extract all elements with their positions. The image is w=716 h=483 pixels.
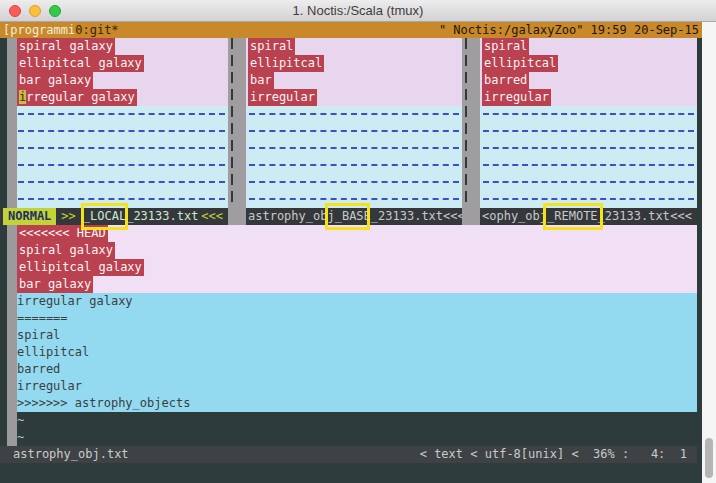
- fold-column: [7, 38, 17, 55]
- tmux-status-bar: [programmi 0:git* " Noctis:/galaxyZoo" 1…: [0, 22, 702, 38]
- fold-column: [7, 72, 17, 89]
- merged-line: barred: [17, 361, 697, 378]
- truncation-marker: <<<: [201, 208, 223, 225]
- filler-line: [246, 140, 462, 157]
- merged-line: irregular: [17, 378, 697, 395]
- tilde-line: ~: [17, 429, 697, 446]
- merged-line: irregular galaxy: [17, 293, 697, 310]
- fold-column: [7, 191, 17, 208]
- fold-column: [7, 276, 17, 293]
- window-titlebar: 1. Noctis:/Scala (tmux): [0, 0, 716, 22]
- filler-line: [246, 123, 462, 140]
- filler-line: [17, 106, 228, 123]
- diff-line: bar galaxy: [17, 72, 93, 89]
- diff-line: ellipitcal galaxy: [17, 55, 144, 72]
- fold-column: [7, 378, 17, 395]
- fold-column: [7, 310, 17, 327]
- fold-column: [7, 293, 17, 310]
- vertical-split[interactable]: [462, 38, 480, 225]
- filename-label: astrophy_obj.txt: [13, 446, 129, 463]
- fold-column: [7, 174, 17, 191]
- remote-pane-buffer: spiral ellipitcal barred irregular: [480, 38, 697, 208]
- base-pane[interactable]: spiral ellipitcal bar irregular astrophy…: [246, 38, 462, 225]
- powerline-separator-icon: >>: [61, 208, 75, 225]
- diff-line: spiral: [248, 38, 295, 55]
- fold-column: [7, 123, 17, 140]
- filler-line: [480, 106, 697, 123]
- annotation-box-base: [325, 203, 370, 230]
- filler-line: [17, 140, 228, 157]
- fold-column: [7, 157, 17, 174]
- filler-line: [480, 157, 697, 174]
- truncation-marker: <<<: [670, 208, 692, 225]
- fold-column: [7, 327, 17, 344]
- diff-line: irregular: [248, 89, 317, 106]
- vim-command-line[interactable]: [0, 463, 702, 483]
- merged-pane[interactable]: <<<<<<< HEAD spiral galaxy ellipitcal ga…: [0, 225, 702, 446]
- tmux-session-name: [programmi: [3, 23, 75, 37]
- fold-column: [7, 412, 17, 429]
- diff-line: barred: [482, 72, 529, 89]
- diff-line: irregular: [482, 89, 551, 106]
- scrollbar-track[interactable]: [702, 22, 716, 483]
- tmux-host-clock: " Noctis:/galaxyZoo" 19:59 20-Sep-15: [439, 23, 699, 37]
- window-title: 1. Noctis:/Scala (tmux): [0, 3, 716, 18]
- filler-line: [246, 106, 462, 123]
- fold-column: [7, 106, 17, 123]
- fold-column: [7, 344, 17, 361]
- fold-column: [7, 89, 17, 106]
- remote-pane[interactable]: spiral ellipitcal barred irregular <ophy…: [480, 38, 697, 225]
- fold-column: [7, 361, 17, 378]
- filler-line: [17, 157, 228, 174]
- merged-line: ellipitcal galaxy: [17, 259, 144, 276]
- fold-column: [7, 140, 17, 157]
- vertical-split[interactable]: [228, 38, 246, 225]
- merged-line: bar galaxy: [17, 276, 93, 293]
- merged-line: spiral: [17, 327, 697, 344]
- zoom-button[interactable]: [49, 5, 61, 17]
- merged-line: ellipitcal: [17, 344, 697, 361]
- conflict-marker-line: >>>>>>> astrophy_objects: [17, 395, 697, 412]
- filler-line: [480, 174, 697, 191]
- annotation-box-remote: [543, 203, 603, 230]
- annotation-box-local: [81, 203, 128, 230]
- filler-line: [480, 123, 697, 140]
- merged-line: spiral galaxy: [17, 242, 115, 259]
- diff-line: bar: [248, 72, 274, 89]
- diff-pane-area: spiral galaxy ellipitcal galaxy bar gala…: [0, 38, 702, 225]
- fold-column: [7, 429, 17, 446]
- mode-indicator: NORMAL: [3, 208, 56, 225]
- diff-line: ellipitcal: [482, 55, 558, 72]
- diff-line: ellipitcal: [248, 55, 324, 72]
- base-pane-buffer: spiral ellipitcal bar irregular: [246, 38, 462, 208]
- terminal-content: [programmi 0:git* " Noctis:/galaxyZoo" 1…: [0, 22, 702, 483]
- fold-column: [7, 55, 17, 72]
- tmux-window-name[interactable]: 0:git*: [75, 23, 118, 37]
- merged-statusline: astrophy_obj.txt < text < utf-8[unix] < …: [0, 446, 697, 463]
- local-pane-buffer: spiral galaxy ellipitcal galaxy bar gala…: [0, 38, 228, 208]
- fold-column: [7, 242, 17, 259]
- diff-line-with-cursor: irregular galaxy: [17, 89, 137, 106]
- filler-line: [17, 174, 228, 191]
- fold-column: [7, 259, 17, 276]
- local-pane[interactable]: spiral galaxy ellipitcal galaxy bar gala…: [0, 38, 228, 225]
- conflict-divider-line: =======: [17, 310, 697, 327]
- diff-line: spiral: [482, 38, 529, 55]
- filler-line: [480, 140, 697, 157]
- minimize-button[interactable]: [29, 5, 41, 17]
- diff-line: spiral galaxy: [17, 38, 115, 55]
- fold-column: [7, 395, 17, 412]
- filler-line: [17, 123, 228, 140]
- filler-line: [246, 174, 462, 191]
- fold-column: [7, 225, 17, 242]
- filler-line: [246, 157, 462, 174]
- terminal-window: 1. Noctis:/Scala (tmux) [programmi 0:git…: [0, 0, 716, 483]
- scrollbar-thumb[interactable]: [705, 438, 713, 478]
- tilde-line: ~: [17, 412, 697, 429]
- close-button[interactable]: [9, 5, 21, 17]
- statusline-right-info: < text < utf-8[unix] < 36% : 4: 1: [420, 446, 687, 463]
